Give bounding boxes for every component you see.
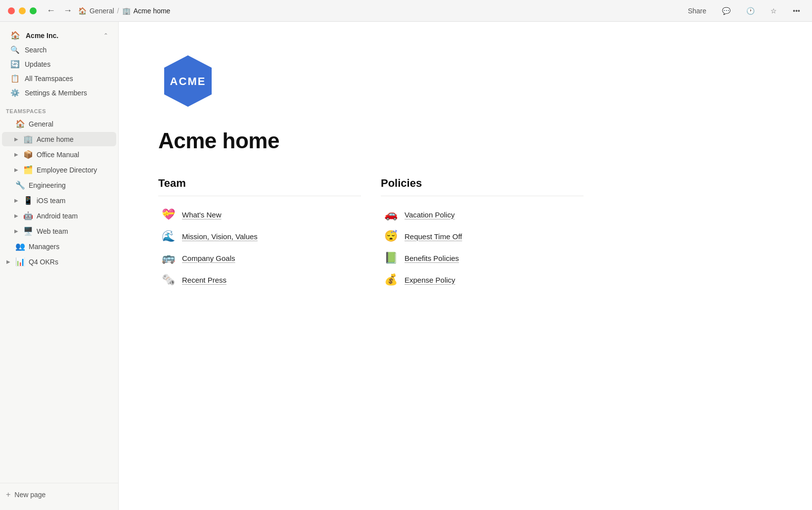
office-manual-icon: 📦 (23, 150, 34, 159)
office-manual-label: Office Manual (37, 151, 112, 159)
sidebar-item-settings[interactable]: ⚙️ Settings & Members (6, 86, 112, 100)
teamspaces-icon: 📋 (10, 74, 20, 83)
team-section-title: Team (158, 177, 361, 196)
recent-press-emoji: 🗞️ (160, 273, 176, 286)
workspace-header[interactable]: 🏠 Acme Inc. ⌃ (6, 28, 112, 42)
managers-icon: 👥 (15, 242, 26, 251)
link-mission-vision[interactable]: 🌊 Mission, Vision, Values (158, 226, 361, 247)
acme-home-icon: 🏢 (23, 134, 34, 144)
main-content: ACME Acme home Team 💝 What's New 🌊 Missi… (119, 22, 812, 510)
sidebar-item-q4-okrs[interactable]: ▶ 📊 Q4 OKRs (2, 255, 116, 269)
web-team-label: Web team (37, 227, 112, 235)
link-benefits-policies[interactable]: 📗 Benefits Policies (381, 248, 584, 268)
history-button[interactable]: 🕐 (742, 5, 759, 17)
employee-directory-label: Employee Directory (37, 166, 112, 174)
team-section: Team 💝 What's New 🌊 Mission, Vision, Val… (158, 177, 361, 290)
favorite-button[interactable]: ☆ (767, 5, 781, 17)
forward-button[interactable]: → (61, 4, 74, 17)
close-button[interactable] (8, 7, 15, 14)
sidebar-item-updates[interactable]: 🔄 Updates (6, 57, 112, 71)
sidebar-item-ios-team[interactable]: ▶ 📱 iOS team (2, 193, 116, 208)
sidebar-item-search[interactable]: 🔍 Search (6, 43, 112, 57)
ios-team-icon: 📱 (23, 196, 34, 205)
new-page-button[interactable]: + New page (2, 487, 116, 502)
more-options-button[interactable]: ••• (789, 5, 804, 17)
general-icon: 🏠 (15, 119, 26, 128)
android-team-label: Android team (37, 212, 112, 220)
q4-okrs-icon: 📊 (15, 257, 26, 266)
employee-directory-icon: 🗂️ (23, 165, 34, 174)
sidebar-item-office-manual[interactable]: ▶ 📦 Office Manual (2, 147, 116, 162)
acme-logo-svg: ACME (158, 51, 218, 111)
sidebar-item-engineering[interactable]: 🔧 Engineering (2, 178, 116, 192)
sidebar-item-general[interactable]: 🏠 General (2, 117, 116, 131)
engineering-icon: 🔧 (15, 180, 26, 190)
traffic-lights (8, 7, 37, 14)
team-links: 💝 What's New 🌊 Mission, Vision, Values 🚌… (158, 204, 361, 290)
sidebar-updates-label: Updates (25, 60, 50, 68)
sidebar: 🏠 Acme Inc. ⌃ 🔍 Search 🔄 Updates 📋 All T… (0, 22, 119, 510)
benefits-policies-emoji: 📗 (383, 252, 399, 264)
settings-icon: ⚙️ (10, 88, 20, 97)
q4-okrs-label: Q4 OKRs (29, 258, 112, 266)
sidebar-item-all-teamspaces[interactable]: 📋 All Teamspaces (6, 72, 112, 85)
breadcrumb-page-icon: 🏢 (122, 7, 131, 15)
android-team-icon: 🤖 (23, 211, 34, 220)
breadcrumb-home-icon[interactable]: 🏠 (78, 7, 87, 15)
maximize-button[interactable] (30, 7, 37, 14)
recent-press-text: Recent Press (182, 276, 226, 284)
web-team-icon: 🖥️ (23, 226, 34, 236)
breadcrumb-current-page[interactable]: 🏢 Acme home (122, 7, 171, 15)
share-button[interactable]: Share (684, 5, 710, 17)
link-request-time-off[interactable]: 😴 Request Time Off (381, 226, 584, 247)
expense-policy-text: Expense Policy (405, 276, 455, 284)
link-company-goals[interactable]: 🚌 Company Goals (158, 248, 361, 268)
acme-home-label: Acme home (37, 135, 112, 143)
company-goals-text: Company Goals (182, 254, 235, 262)
link-expense-policy[interactable]: 💰 Expense Policy (381, 269, 584, 290)
sidebar-top: 🏠 Acme Inc. ⌃ 🔍 Search 🔄 Updates 📋 All T… (0, 22, 118, 102)
sidebar-item-acme-home[interactable]: ▶ 🏢 Acme home (2, 132, 116, 146)
updates-icon: 🔄 (10, 60, 20, 69)
vacation-policy-text: Vacation Policy (405, 211, 454, 219)
benefits-policies-text: Benefits Policies (405, 254, 459, 262)
breadcrumb-general[interactable]: General (90, 7, 114, 15)
sidebar-item-web-team[interactable]: ▶ 🖥️ Web team (2, 224, 116, 238)
employee-directory-chevron-icon: ▶ (13, 167, 20, 172)
mission-vision-text: Mission, Vision, Values (182, 232, 258, 241)
engineering-label: Engineering (29, 181, 112, 189)
policies-links: 🚗 Vacation Policy 😴 Request Time Off 📗 B… (381, 204, 584, 290)
workspace-name: Acme Inc. (26, 32, 98, 40)
breadcrumb: 🏠 General / 🏢 Acme home (78, 7, 684, 15)
comments-button[interactable]: 💬 (718, 5, 734, 17)
web-team-chevron-icon: ▶ (13, 228, 20, 234)
sidebar-all-teamspaces-label: All Teamspaces (25, 75, 73, 83)
teamspaces-section-label: Teamspaces (0, 102, 118, 116)
new-page-plus-icon: + (6, 490, 10, 499)
back-button[interactable]: ← (45, 4, 57, 17)
titlebar: ← → 🏠 General / 🏢 Acme home Share 💬 🕐 ☆ … (0, 0, 812, 22)
sidebar-item-managers[interactable]: 👥 Managers (2, 239, 116, 254)
link-recent-press[interactable]: 🗞️ Recent Press (158, 269, 361, 290)
policies-section: Policies 🚗 Vacation Policy 😴 Request Tim… (381, 177, 584, 290)
company-goals-emoji: 🚌 (160, 252, 176, 264)
workspace-chevron-icon: ⌃ (103, 32, 108, 39)
managers-label: Managers (29, 243, 112, 251)
request-time-off-text: Request Time Off (405, 232, 462, 241)
q4-okrs-chevron-icon: ▶ (5, 259, 12, 264)
office-manual-chevron-icon: ▶ (13, 152, 20, 157)
new-page-label: New page (14, 491, 45, 499)
whats-new-text: What's New (182, 211, 222, 219)
minimize-button[interactable] (19, 7, 26, 14)
vacation-policy-emoji: 🚗 (383, 208, 399, 221)
toolbar-right: Share 💬 🕐 ☆ ••• (684, 5, 804, 17)
ios-team-chevron-icon: ▶ (13, 198, 20, 203)
sidebar-item-employee-directory[interactable]: ▶ 🗂️ Employee Directory (2, 163, 116, 177)
app-body: 🏠 Acme Inc. ⌃ 🔍 Search 🔄 Updates 📋 All T… (0, 22, 812, 510)
sidebar-item-android-team[interactable]: ▶ 🤖 Android team (2, 209, 116, 223)
link-vacation-policy[interactable]: 🚗 Vacation Policy (381, 204, 584, 225)
policies-section-title: Policies (381, 177, 584, 196)
link-whats-new[interactable]: 💝 What's New (158, 204, 361, 225)
mission-vision-emoji: 🌊 (160, 230, 176, 243)
request-time-off-emoji: 😴 (383, 230, 399, 243)
